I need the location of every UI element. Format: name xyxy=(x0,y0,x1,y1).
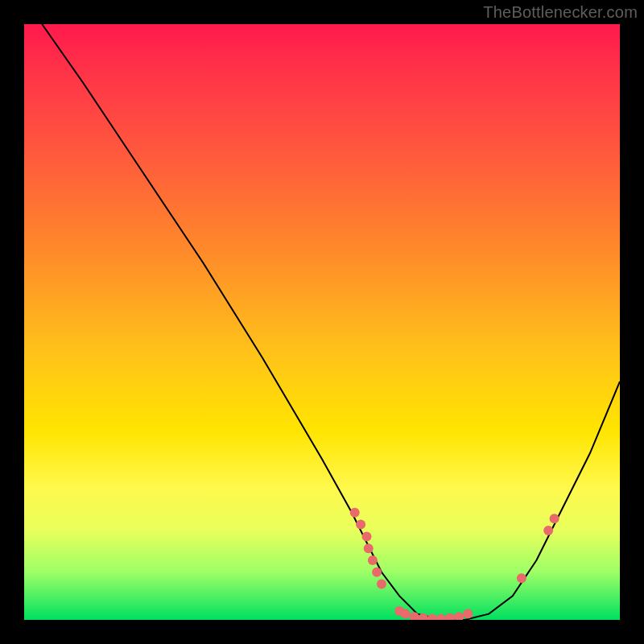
bottleneck-curve xyxy=(42,24,620,620)
data-marker xyxy=(356,520,365,530)
marker-group xyxy=(350,508,559,620)
data-marker xyxy=(445,613,455,620)
data-marker xyxy=(401,609,411,619)
data-marker xyxy=(368,555,378,565)
data-marker xyxy=(372,568,382,577)
data-marker xyxy=(364,543,374,553)
watermark-text: TheBottlenecker.com xyxy=(483,3,638,22)
data-marker xyxy=(517,573,526,583)
data-marker xyxy=(377,580,386,589)
data-marker xyxy=(550,514,559,523)
data-marker xyxy=(362,531,372,541)
data-marker xyxy=(463,609,473,619)
chart-frame: TheBottlenecker.com xyxy=(0,0,644,644)
data-marker xyxy=(436,614,446,621)
data-marker xyxy=(454,612,464,620)
data-marker xyxy=(350,508,360,518)
chart-svg xyxy=(24,24,620,620)
data-marker xyxy=(543,526,553,535)
chart-plot-area xyxy=(24,24,620,620)
data-marker xyxy=(427,614,437,621)
